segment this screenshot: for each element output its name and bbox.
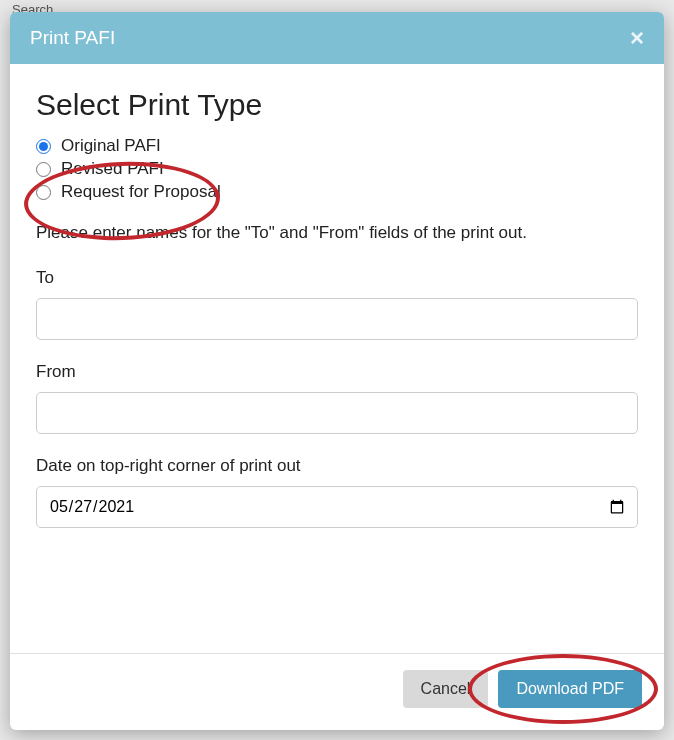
- from-field-group: From: [36, 362, 638, 434]
- radio-original[interactable]: [36, 139, 51, 154]
- to-field-group: To: [36, 268, 638, 340]
- download-pdf-button[interactable]: Download PDF: [498, 670, 642, 708]
- radio-revised[interactable]: [36, 162, 51, 177]
- modal-body: Select Print Type Original PAFI Revised …: [10, 64, 664, 653]
- radio-rfp[interactable]: [36, 185, 51, 200]
- date-field-group: Date on top-right corner of print out: [36, 456, 638, 528]
- print-type-radio-group: Original PAFI Revised PAFI Request for P…: [36, 136, 638, 202]
- to-input[interactable]: [36, 298, 638, 340]
- section-title: Select Print Type: [36, 88, 638, 122]
- modal-title: Print PAFI: [30, 27, 115, 49]
- cancel-button[interactable]: Cancel: [403, 670, 489, 708]
- date-label: Date on top-right corner of print out: [36, 456, 638, 476]
- from-label: From: [36, 362, 638, 382]
- to-label: To: [36, 268, 638, 288]
- modal-footer: Cancel Download PDF: [10, 653, 664, 730]
- modal-header: Print PAFI ×: [10, 12, 664, 64]
- print-pafi-modal: Print PAFI × Select Print Type Original …: [10, 12, 664, 730]
- from-input[interactable]: [36, 392, 638, 434]
- radio-row-original: Original PAFI: [36, 136, 638, 156]
- radio-rfp-label[interactable]: Request for Proposal: [61, 182, 221, 202]
- radio-revised-label[interactable]: Revised PAFI: [61, 159, 164, 179]
- radio-row-rfp: Request for Proposal: [36, 182, 638, 202]
- date-input[interactable]: [36, 486, 638, 528]
- close-icon[interactable]: ×: [630, 26, 644, 50]
- radio-original-label[interactable]: Original PAFI: [61, 136, 161, 156]
- radio-row-revised: Revised PAFI: [36, 159, 638, 179]
- instruction-text: Please enter names for the "To" and "Fro…: [36, 220, 638, 246]
